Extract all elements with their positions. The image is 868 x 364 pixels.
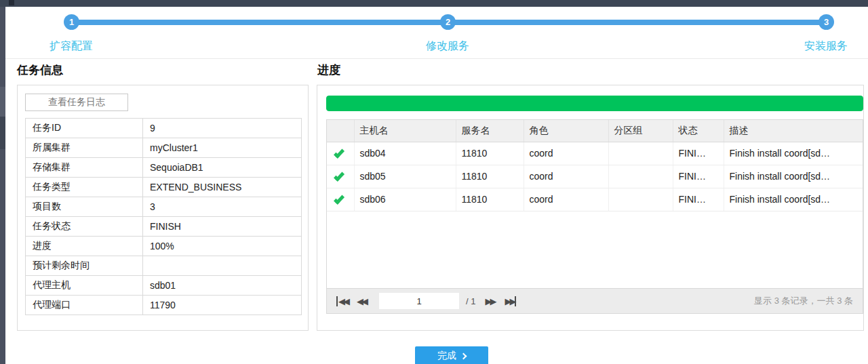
service-cell: 11810 <box>456 165 524 188</box>
view-task-log-button[interactable]: 查看任务日志 <box>25 94 128 111</box>
field-value: 11790 <box>143 296 302 315</box>
field-value: SequoiaDB1 <box>143 158 302 178</box>
finish-button-label: 完成 <box>437 350 456 362</box>
chevron-right-icon <box>460 352 467 359</box>
field-value <box>143 256 302 276</box>
task-info-table: 任务ID9 所属集群myCluster1 存储集群SequoiaDB1 任务类型… <box>25 118 302 315</box>
group-column-header: 分区组 <box>608 120 673 142</box>
field-label: 代理主机 <box>26 276 143 296</box>
window-bar-notch <box>9 0 14 5</box>
field-label: 预计剩余时间 <box>26 256 143 276</box>
desc-cell: Finish install coord[sd… <box>724 142 863 165</box>
table-row: 预计剩余时间 <box>26 256 302 276</box>
step-3-label: 安装服务 <box>785 39 867 54</box>
step-2-label: 修改服务 <box>407 39 488 54</box>
group-cell <box>608 188 673 211</box>
field-value: 9 <box>143 119 302 138</box>
table-row: 任务类型EXTEND_BUSINESS <box>26 178 302 197</box>
table-header-row: 主机名 服务名 角色 分区组 状态 描述 <box>327 120 863 142</box>
progress-bar-fill <box>326 96 863 111</box>
progress-bar <box>326 96 863 111</box>
progress-panel: 主机名 服务名 角色 分区组 状态 描述 sdb04 11810 coord F… <box>317 85 864 331</box>
table-row: 所属集群myCluster1 <box>26 138 302 158</box>
table-row: sdb05 11810 coord FINI… Finish install c… <box>327 165 863 188</box>
service-cell: 11810 <box>456 188 524 211</box>
role-column-header: 角色 <box>524 120 608 142</box>
task-info-panel: 查看任务日志 任务ID9 所属集群myCluster1 存储集群SequoiaD… <box>17 85 309 331</box>
status-column-header: 状态 <box>673 120 724 142</box>
field-label: 代理端口 <box>26 296 143 315</box>
previous-page-icon[interactable]: ◀◀ <box>357 296 368 306</box>
step-wizard: 1 2 3 扩容配置 修改服务 安装服务 <box>5 7 868 59</box>
status-cell: FINI… <box>673 188 724 211</box>
progress-table: 主机名 服务名 角色 分区组 状态 描述 sdb04 11810 coord F… <box>327 120 863 211</box>
page-number-input[interactable] <box>379 293 459 309</box>
finish-button[interactable]: 完成 <box>415 346 488 364</box>
row-status-cell <box>327 188 354 211</box>
table-row: 任务状态FINISH <box>26 217 302 237</box>
host-column-header: 主机名 <box>354 120 456 142</box>
field-value: sdb01 <box>143 276 302 296</box>
field-value: FINISH <box>143 217 302 237</box>
field-value: myCluster1 <box>143 138 302 158</box>
host-cell: sdb05 <box>354 165 456 188</box>
table-row: 代理主机sdb01 <box>26 276 302 296</box>
sidebar-edge-band <box>0 117 5 149</box>
next-page-icon[interactable]: ▶▶ <box>485 296 496 306</box>
field-label: 项目数 <box>26 197 143 217</box>
field-value: 3 <box>143 197 302 217</box>
service-column-header: 服务名 <box>456 120 524 142</box>
role-cell: coord <box>524 142 608 165</box>
step-3-circle: 3 <box>818 14 834 30</box>
first-page-icon[interactable]: ◀◀ <box>336 296 350 306</box>
field-label: 任务ID <box>26 119 143 138</box>
role-cell: coord <box>524 188 608 211</box>
success-check-icon <box>334 170 344 181</box>
page-total-label: / 1 <box>466 296 475 306</box>
row-status-cell <box>327 142 354 165</box>
table-empty-area <box>327 211 863 289</box>
table-row: sdb04 11810 coord FINI… Finish install c… <box>327 142 863 165</box>
desc-cell: Finish install coord[sd… <box>724 188 863 211</box>
field-value: EXTEND_BUSINESS <box>143 178 302 197</box>
desc-cell: Finish install coord[sd… <box>724 165 863 188</box>
group-cell <box>608 165 673 188</box>
status-cell: FINI… <box>673 165 724 188</box>
success-check-icon <box>334 193 344 204</box>
row-status-cell <box>327 165 354 188</box>
desc-column-header: 描述 <box>724 120 863 142</box>
status-cell: FINI… <box>673 142 724 165</box>
success-check-icon <box>334 147 344 158</box>
table-row: 进度100% <box>26 237 302 256</box>
field-value: 100% <box>143 237 302 256</box>
top-window-bar <box>0 0 868 7</box>
field-label: 任务类型 <box>26 178 143 197</box>
pagination-bar: ◀◀ ◀◀ / 1 ▶▶ ▶▶ 显示 3 条记录，一共 3 条 <box>327 288 863 313</box>
table-row: 代理端口11790 <box>26 296 302 315</box>
field-label: 存储集群 <box>26 158 143 178</box>
last-page-icon[interactable]: ▶▶ <box>505 296 516 306</box>
host-cell: sdb06 <box>354 188 456 211</box>
role-cell: coord <box>524 165 608 188</box>
group-cell <box>608 142 673 165</box>
step-1-circle: 1 <box>64 14 79 30</box>
check-column-header <box>327 120 354 142</box>
sidebar-edge <box>0 7 5 364</box>
field-label: 任务状态 <box>26 217 143 237</box>
table-row: 任务ID9 <box>26 119 302 138</box>
host-cell: sdb04 <box>354 142 456 165</box>
table-row: sdb06 11810 coord FINI… Finish install c… <box>327 188 863 211</box>
field-label: 进度 <box>26 237 143 256</box>
step-2-circle: 2 <box>440 14 456 30</box>
record-count-summary: 显示 3 条记录，一共 3 条 <box>754 295 853 307</box>
step-1-label: 扩容配置 <box>31 39 112 54</box>
sidebar-edge-band <box>0 87 5 117</box>
progress-table-container: 主机名 服务名 角色 分区组 状态 描述 sdb04 11810 coord F… <box>326 119 863 314</box>
table-row: 存储集群SequoiaDB1 <box>26 158 302 178</box>
field-label: 所属集群 <box>26 138 143 158</box>
table-row: 项目数3 <box>26 197 302 217</box>
task-info-title: 任务信息 <box>17 62 63 78</box>
service-cell: 11810 <box>456 142 524 165</box>
progress-title: 进度 <box>317 62 340 78</box>
